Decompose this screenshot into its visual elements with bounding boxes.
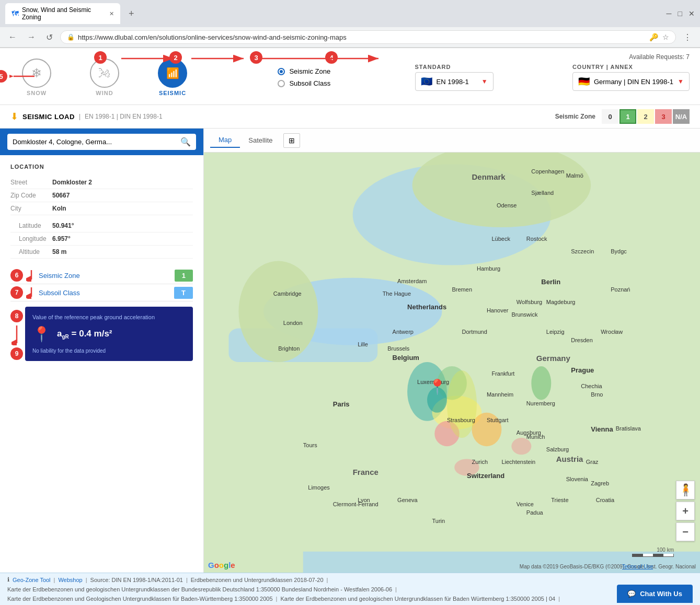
step7-arrow bbox=[26, 286, 37, 299]
fake-map[interactable]: DenmarkCopenhagenMalmöSjællandOdenseLübe… bbox=[204, 152, 700, 573]
svg-point-25 bbox=[531, 366, 551, 400]
new-tab-button[interactable]: + bbox=[124, 7, 139, 20]
browser-toolbar: ← → ↺ 🔒 https://www.dlubal.com/en/soluti… bbox=[0, 27, 700, 48]
seismic-load-standard: | bbox=[79, 113, 81, 120]
forward-button[interactable]: → bbox=[24, 31, 39, 43]
search-bar[interactable]: 🔍 bbox=[7, 134, 196, 150]
location-latitude-row: Latitude 50.941° bbox=[10, 219, 193, 232]
footer-geo-zone[interactable]: Geo-Zone Tool bbox=[13, 577, 51, 583]
subsoil-class-result-label: Subsoil Class bbox=[39, 289, 174, 297]
footer-sep-2: | bbox=[86, 577, 87, 583]
map-land-svg bbox=[204, 152, 700, 573]
zone-badge-2[interactable]: 2 bbox=[637, 109, 654, 124]
results-with-annotations: 6 Seismic Zone 1 bbox=[0, 267, 203, 301]
close-button[interactable]: ✕ bbox=[688, 9, 695, 18]
footer-karte2: Karte der Erdbebenzonen und Geologischen… bbox=[7, 596, 273, 602]
chat-label: Chat With Us bbox=[640, 590, 682, 598]
scale-black-2 bbox=[653, 554, 663, 556]
refresh-button[interactable]: ↺ bbox=[43, 31, 56, 43]
back-button[interactable]: ← bbox=[5, 31, 20, 43]
wizard-step-wind[interactable]: 🌬 WIND bbox=[78, 59, 131, 96]
google-g2: g bbox=[224, 561, 228, 569]
altitude-label: Altitude bbox=[10, 248, 52, 255]
browser-titlebar: 🗺 Snow, Wind and Seismic Zoning ✕ + ─ □ … bbox=[0, 0, 700, 27]
standard-label: STANDARD bbox=[415, 64, 494, 70]
standard-dropdown[interactable]: 🇪🇺 EN 1998-1 ▼ bbox=[415, 72, 494, 91]
step8-arrow bbox=[12, 324, 22, 345]
location-title: LOCATION bbox=[10, 164, 193, 170]
browser-tab[interactable]: 🗺 Snow, Wind and Seismic Zoning ✕ bbox=[5, 3, 120, 24]
wizard-steps: ❄ SNOW 🌬 WIND 📶 SEISMIC bbox=[10, 59, 199, 96]
subsoil-class-option-label: Subsoil Class bbox=[289, 79, 330, 87]
location-pin-icon: 📍 bbox=[32, 325, 51, 343]
map-background bbox=[204, 152, 700, 573]
subsoil-class-option[interactable]: Subsoil Class bbox=[278, 79, 330, 87]
city-label: City bbox=[10, 205, 52, 212]
wizard-step-seismic[interactable]: 📶 SEISMIC bbox=[146, 59, 199, 96]
chat-button[interactable]: 💬 Chat With Us bbox=[617, 585, 693, 603]
search-icon[interactable]: 🔍 bbox=[180, 137, 191, 147]
location-zip-row: Zip Code 50667 bbox=[10, 189, 193, 202]
zoom-in-button[interactable]: + bbox=[676, 502, 695, 520]
zone-badge-1[interactable]: 1 bbox=[619, 109, 636, 124]
wind-icon: 🌬 bbox=[98, 66, 111, 80]
map-tab-satellite[interactable]: Satellite bbox=[240, 133, 281, 147]
search-bar-container: 🔍 bbox=[0, 129, 203, 155]
subsoil-class-result-row[interactable]: 7 Subsoil Class T bbox=[10, 284, 193, 301]
zone-badges: 0 1 2 3 N/A bbox=[602, 109, 690, 124]
zip-value: 50667 bbox=[52, 192, 70, 199]
seismic-icon: 📶 bbox=[166, 67, 179, 79]
acceleration-title: Value of the reference peak ground accel… bbox=[32, 314, 186, 320]
standard-section: STANDARD 🇪🇺 EN 1998-1 ▼ bbox=[415, 64, 494, 91]
zone-label: Seismic Zone bbox=[555, 113, 595, 120]
star-icon[interactable]: ☆ bbox=[662, 33, 669, 41]
step5-arrow bbox=[9, 71, 36, 82]
seismic-zone-radio[interactable] bbox=[278, 68, 285, 75]
acceleration-formula: agR = 0.4 m/s² bbox=[57, 329, 112, 340]
seismic-zone-result-row[interactable]: 6 Seismic Zone 1 bbox=[10, 267, 193, 284]
seismic-zone-option[interactable]: Seismic Zone bbox=[278, 67, 330, 75]
page-content: Available Requests: 7 1 2 3 4 ❄ bbox=[0, 48, 700, 605]
seismic-load-title: SEISMIC LOAD bbox=[22, 113, 75, 121]
svg-point-27 bbox=[511, 438, 531, 455]
address-bar[interactable]: 🔒 https://www.dlubal.com/en/solutions/on… bbox=[60, 30, 676, 44]
address-bar-icons: 🔑 ☆ bbox=[649, 33, 669, 41]
zone-badge-0[interactable]: 0 bbox=[602, 109, 618, 124]
maximize-button[interactable]: □ bbox=[678, 9, 682, 18]
terms-of-use[interactable]: Terms of Use bbox=[622, 564, 653, 569]
zoom-out-button[interactable]: − bbox=[676, 522, 695, 541]
step8-badge: 8 bbox=[10, 310, 23, 322]
footer-erdbeben: Erdbebenzonen und Untergrundklassen 2018… bbox=[191, 577, 324, 583]
map-tab-map[interactable]: Map bbox=[210, 133, 240, 148]
country-annex-dropdown[interactable]: 🇩🇪 Germany | DIN EN 1998-1 ▼ bbox=[572, 72, 690, 91]
more-options-button[interactable]: ⋮ bbox=[680, 31, 695, 43]
acceleration-disclaimer: No liability for the data provided bbox=[32, 348, 186, 354]
footer-source: Source: DIN EN 1998-1/NA:2011-01 bbox=[90, 577, 183, 583]
key-icon[interactable]: 🔑 bbox=[649, 33, 658, 41]
step-annotation-4: 4 bbox=[325, 51, 338, 64]
map-area: Map Satellite ⊞ bbox=[204, 129, 700, 573]
seismic-zone-result-value: 1 bbox=[175, 270, 193, 282]
map-expand-button[interactable]: ⊞ bbox=[283, 133, 300, 148]
location-altitude-row: Altitude 58 m bbox=[10, 246, 193, 259]
seismic-zone-option-label: Seismic Zone bbox=[289, 67, 330, 75]
subsoil-class-result-value: T bbox=[174, 287, 193, 299]
map-controls: 🧍 + − bbox=[676, 481, 695, 541]
minimize-button[interactable]: ─ bbox=[667, 9, 672, 18]
chat-icon: 💬 bbox=[627, 590, 636, 598]
google-o1: o bbox=[214, 561, 219, 569]
zone-badge-na[interactable]: N/A bbox=[673, 109, 690, 124]
geo-zone-icon: ℹ bbox=[7, 576, 9, 583]
zone-badge-3[interactable]: 3 bbox=[655, 109, 672, 124]
svg-point-21 bbox=[472, 413, 501, 446]
scale-white-2 bbox=[663, 554, 674, 556]
acceleration-box: Value of the reference peak ground accel… bbox=[25, 307, 193, 361]
search-input[interactable] bbox=[13, 138, 176, 146]
footer-sep-6: | bbox=[276, 596, 278, 602]
street-view-button[interactable]: 🧍 bbox=[676, 481, 695, 499]
footer-webshop[interactable]: Webshop bbox=[58, 577, 82, 583]
tab-close-button[interactable]: ✕ bbox=[109, 10, 114, 17]
subsoil-class-radio[interactable] bbox=[278, 80, 285, 87]
street-value: Domkloster 2 bbox=[52, 179, 92, 186]
country-annex-label: COUNTRY | ANNEX bbox=[572, 64, 690, 70]
